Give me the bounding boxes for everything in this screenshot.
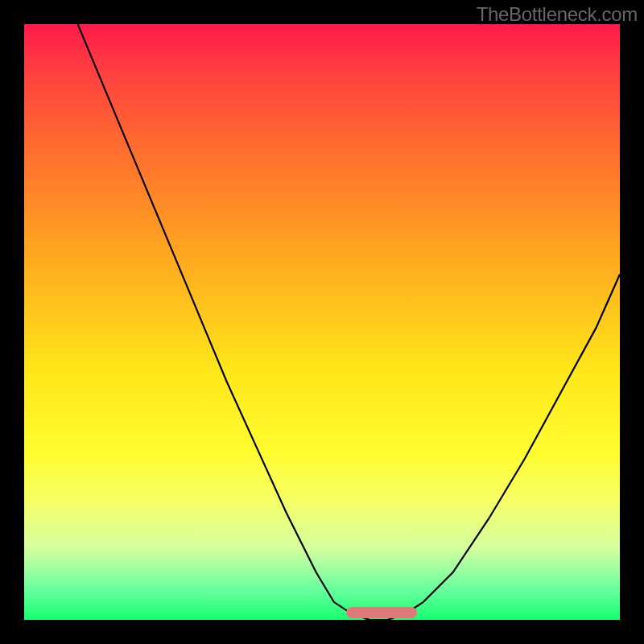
- watermark-text: TheBottleneck.com: [477, 3, 638, 26]
- curve-svg: [24, 24, 620, 620]
- optimal-range-marker: [346, 607, 418, 618]
- bottleneck-curve: [78, 24, 620, 620]
- plot-area: [24, 24, 620, 620]
- chart-root: TheBottleneck.com: [0, 0, 644, 644]
